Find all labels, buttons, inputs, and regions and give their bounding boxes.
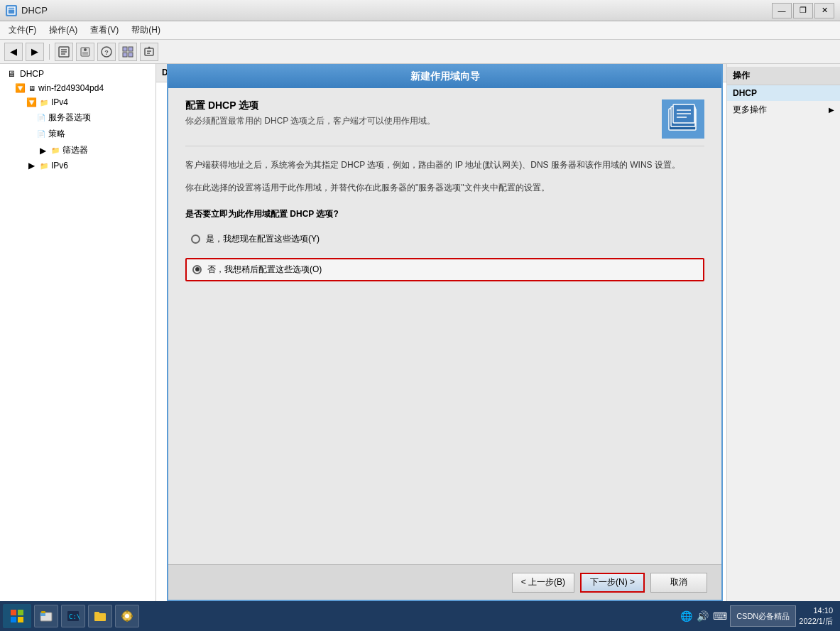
svg-rect-27 [11, 617, 16, 622]
radio-yes-label: 是，我想现在配置这些选项(Y) [206, 233, 320, 245]
svg-text:C:\>: C:\> [69, 613, 80, 620]
taskbar-icon-terminal[interactable]: C:\> [61, 605, 85, 627]
filter-icon: 📁 [51, 146, 60, 154]
right-panel-header: 操作 [727, 67, 840, 85]
radio-no-input[interactable] [192, 265, 202, 274]
taskbar-right: 🌐 🔊 ⌨ CSDN必备精品 14:10 2022/1/后 [680, 605, 837, 627]
sidebar-label-filter: 筛选器 [62, 144, 88, 156]
sidebar-label-server-options: 服务器选项 [48, 112, 91, 124]
title-bar-left: DHCP [6, 5, 48, 16]
ipv6-expand-icon: ▶ [26, 161, 37, 171]
right-panel-dhcp-label: DHCP [727, 85, 840, 101]
window-title: DHCP [21, 5, 48, 16]
taskbar-sys-icons: 🌐 🔊 ⌨ [680, 610, 727, 622]
toolbar: ◀ ▶ ? [0, 40, 840, 64]
dialog-overlay: 新建作用域向导 配置 DHCP 选项 你必须配置最常用的 DHCP 选项之后，客… [167, 64, 723, 601]
app-icon [6, 5, 17, 16]
toolbar-sep1 [49, 44, 50, 60]
menu-file[interactable]: 文件(F) [3, 22, 42, 38]
back-button[interactable]: < 上一步(B) [512, 573, 574, 593]
dialog-header-icon [662, 99, 704, 139]
taskbar: C:\> 🌐 🔊 ⌨ CSDN必备精品 14:10 2022/1/后 [0, 601, 840, 631]
date-display: 2022/1/后 [799, 616, 833, 627]
more-actions-label: 更多操作 [733, 104, 767, 116]
sidebar-item-server-options[interactable]: 📄 服务器选项 [0, 109, 156, 126]
dialog-desc2: 你在此选择的设置将适用于此作用域，并替代你在此服务器的"服务器选项"文件夹中配置… [185, 180, 704, 195]
svg-rect-35 [94, 612, 99, 615]
svg-rect-0 [8, 7, 15, 14]
svg-rect-7 [82, 52, 88, 55]
svg-rect-14 [129, 53, 133, 57]
start-button[interactable] [3, 604, 31, 628]
sidebar-item-ipv4[interactable]: 🔽 📁 IPv4 [0, 95, 156, 109]
radio-dot [195, 267, 200, 271]
sidebar-item-filter[interactable]: ▶ 📁 筛选器 [0, 142, 156, 158]
menu-view[interactable]: 查看(V) [84, 22, 124, 38]
dialog-question: 是否要立即为此作用域配置 DHCP 选项? [185, 208, 704, 220]
taskbar-icon-folder[interactable] [88, 605, 112, 627]
sys-text: CSDN必备精品 [736, 611, 790, 622]
svg-rect-13 [123, 53, 127, 57]
svg-rect-39 [126, 620, 128, 622]
restore-button[interactable]: ❐ [793, 3, 813, 18]
toolbar-forward[interactable]: ▶ [26, 43, 44, 61]
sidebar-item-server[interactable]: 🔽 🖥 win-f2d49304pd4 [0, 81, 156, 95]
sidebar-item-dhcp[interactable]: 🖥 DHCP [0, 67, 156, 81]
sidebar-item-policy[interactable]: 📄 策略 [0, 126, 156, 142]
close-button[interactable]: ✕ [814, 3, 834, 18]
sidebar-label-ipv6: IPv6 [51, 161, 68, 171]
svg-rect-40 [121, 615, 124, 617]
title-bar-controls: — ❐ ✕ [772, 3, 834, 18]
sidebar-label-server: win-f2d49304pd4 [38, 83, 104, 93]
dialog-title: 新建作用域向导 [410, 70, 480, 83]
keyboard-icon: ⌨ [713, 610, 727, 622]
toolbar-btn1[interactable] [55, 43, 73, 61]
toolbar-back[interactable]: ◀ [4, 43, 23, 61]
menu-help[interactable]: 帮助(H) [126, 22, 166, 38]
dialog-section-desc: 你必须配置最常用的 DHCP 选项之后，客户端才可以使用作用域。 [185, 115, 435, 127]
dialog-footer: < 上一步(B) 下一步(N) > 取消 [168, 564, 721, 600]
sidebar-label-ipv4: IPv4 [51, 97, 68, 107]
sound-icon: 🔊 [697, 610, 709, 622]
cancel-button[interactable]: 取消 [650, 573, 707, 593]
radio-yes-option[interactable]: 是，我想现在配置这些选项(Y) [185, 229, 704, 249]
right-panel: 操作 DHCP 更多操作 ▶ [726, 64, 840, 601]
next-button[interactable]: 下一步(N) > [580, 573, 645, 593]
svg-rect-26 [18, 610, 23, 615]
svg-rect-41 [131, 615, 133, 617]
svg-rect-15 [145, 48, 153, 55]
taskbar-notification[interactable]: CSDN必备精品 [730, 605, 796, 627]
sidebar: 🖥 DHCP 🔽 🖥 win-f2d49304pd4 🔽 📁 IPv4 📄 服务… [0, 64, 156, 601]
time-display: 14:10 [799, 605, 833, 616]
toolbar-btn4[interactable] [119, 43, 137, 61]
svg-rect-28 [18, 617, 23, 622]
sidebar-label-policy: 策略 [48, 128, 65, 140]
toolbar-btn5[interactable] [140, 43, 158, 61]
more-actions-arrow-icon: ▶ [829, 106, 834, 114]
ipv4-folder-icon: 📁 [40, 99, 48, 107]
taskbar-icon-explorer[interactable] [34, 605, 58, 627]
radio-no-label: 否，我想稍后配置这些选项(O) [207, 264, 322, 276]
sidebar-item-ipv6[interactable]: ▶ 📁 IPv6 [0, 158, 156, 173]
server-icon2: 🖥 [28, 85, 36, 92]
svg-rect-12 [129, 47, 133, 51]
menu-bar: 文件(F) 操作(A) 查看(V) 帮助(H) [0, 21, 840, 40]
taskbar-time[interactable]: 14:10 2022/1/后 [799, 605, 833, 627]
dialog-desc1: 客户端获得地址之后，系统将会为其指定 DHCP 选项，例如，路由器的 IP 地址… [185, 158, 704, 172]
dialog-header-text: 配置 DHCP 选项 你必须配置最常用的 DHCP 选项之后，客户端才可以使用作… [185, 99, 435, 127]
radio-yes-input[interactable] [191, 234, 200, 244]
taskbar-icon-settings[interactable] [115, 605, 139, 627]
policy-icon: 📄 [37, 130, 45, 138]
ipv6-folder-icon: 📁 [40, 162, 48, 170]
dialog-title-bar: 新建作用域向导 [168, 65, 721, 88]
svg-rect-38 [126, 610, 128, 613]
menu-action[interactable]: 操作(A) [43, 22, 83, 38]
svg-rect-25 [11, 610, 16, 615]
toolbar-btn3[interactable]: ? [97, 43, 116, 61]
toolbar-btn2[interactable] [76, 43, 94, 61]
minimize-button[interactable]: — [772, 3, 792, 18]
right-panel-more-actions[interactable]: 更多操作 ▶ [727, 101, 840, 119]
radio-no-option[interactable]: 否，我想稍后配置这些选项(O) [185, 258, 704, 281]
server-options-icon: 📄 [37, 114, 45, 122]
dialog-section-title: 配置 DHCP 选项 [185, 99, 435, 112]
